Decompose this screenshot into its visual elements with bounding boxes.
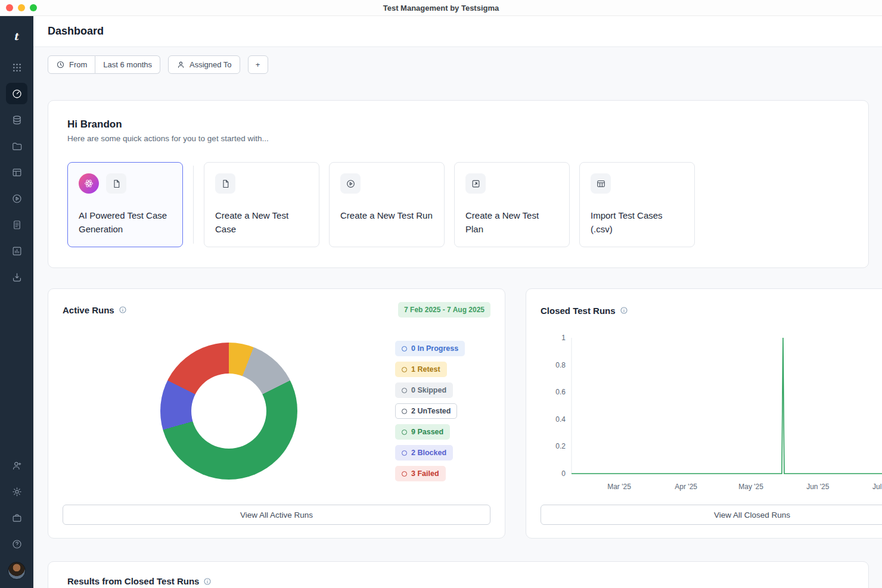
donut-wrap [63, 343, 395, 480]
legend-skipped[interactable]: 0 Skipped [395, 382, 453, 398]
add-filter-button[interactable]: + [248, 55, 268, 74]
legend-circle-icon [402, 471, 407, 477]
sidebar-item-projects[interactable] [6, 135, 27, 157]
legend-text: 2 Blocked [411, 449, 446, 457]
closed-test-runs-card: Closed Test Runs 00.20.40.60.81Mar '25Ap… [526, 288, 882, 539]
tile-icons [215, 173, 308, 194]
close-window-button[interactable] [6, 4, 13, 11]
plan-export-icon [465, 173, 486, 194]
legend-circle-icon [402, 388, 407, 393]
sidebar-item-test-data[interactable] [6, 109, 27, 130]
window-titlebar: Test Management by Testsigma [0, 0, 882, 16]
filter-bar: From Last 6 months Assigned To + [48, 55, 882, 74]
quick-action-create-test-plan[interactable]: Create a New Test Plan [454, 162, 570, 247]
info-icon[interactable] [620, 306, 628, 315]
active-runs-card: Active Runs 7 Feb 2025 - 7 Aug 2025 [48, 288, 505, 539]
quick-action-import-test-cases[interactable]: Import Test Cases (.csv) [579, 162, 695, 247]
svg-text:0.8: 0.8 [555, 361, 566, 369]
help-icon[interactable] [6, 533, 27, 555]
tile-divider [193, 166, 194, 244]
apps-grid-icon[interactable] [6, 57, 27, 78]
active-runs-donut[interactable] [160, 343, 297, 480]
active-runs-title-text: Active Runs [63, 305, 114, 315]
svg-text:Jun '25: Jun '25 [806, 483, 830, 491]
svg-text:t: t [13, 31, 19, 42]
testsigma-logo[interactable]: t [6, 26, 27, 47]
quick-actions-card: Hi Brandon Here are some quick actions f… [48, 100, 869, 268]
view-all-active-runs-button[interactable]: View All Active Runs [63, 505, 490, 525]
svg-text:1: 1 [561, 334, 566, 342]
legend-failed[interactable]: 3 Failed [395, 466, 446, 481]
closed-runs-chart[interactable]: 00.20.40.60.81Mar '25Apr '25May '25Jun '… [541, 325, 882, 505]
sidebar-item-import[interactable] [6, 266, 27, 288]
greeting-subtitle: Here are some quick actions for you to g… [67, 134, 849, 143]
legend-in-progress[interactable]: 0 In Progress [395, 341, 465, 356]
window-controls [6, 4, 37, 11]
tile-label: Import Test Cases (.csv) [591, 209, 684, 236]
legend-blocked[interactable]: 2 Blocked [395, 445, 453, 461]
legend-untested[interactable]: 2 UnTested [395, 403, 457, 419]
closed-runs-title: Closed Test Runs [541, 306, 628, 316]
tile-icons [591, 173, 684, 194]
minimize-window-button[interactable] [18, 4, 25, 11]
svg-text:Mar '25: Mar '25 [607, 483, 631, 491]
sidebar-item-reports[interactable] [6, 240, 27, 262]
legend-circle-icon [402, 450, 407, 456]
quick-action-create-test-run[interactable]: Create a New Test Run [329, 162, 445, 247]
closed-runs-header: Closed Test Runs [541, 302, 882, 319]
closed-runs-title-text: Closed Test Runs [541, 306, 616, 316]
legend-circle-icon [402, 367, 407, 372]
charts-row: Active Runs 7 Feb 2025 - 7 Aug 2025 [48, 288, 882, 539]
tile-label: Create a New Test Case [215, 209, 308, 236]
sidebar-item-test-cases[interactable] [6, 161, 27, 183]
date-range-value: Last 6 months [103, 60, 152, 69]
sidebar-item-test-runs[interactable] [6, 188, 27, 209]
legend-circle-icon [402, 430, 407, 435]
clock-icon [56, 60, 65, 69]
page-title: Dashboard [33, 16, 882, 47]
legend-text: 0 Skipped [411, 386, 446, 394]
tile-label: AI Powered Test Case Generation [79, 209, 172, 236]
active-runs-title: Active Runs [63, 305, 127, 315]
info-icon[interactable] [119, 306, 127, 314]
document-icon [106, 173, 126, 194]
quick-action-ai-test-case-generation[interactable]: AI Powered Test Case Generation [67, 162, 183, 247]
active-runs-legend: 0 In Progress 1 Retest 0 Skipped 2 UnTes… [395, 341, 490, 481]
svg-text:May '25: May '25 [738, 483, 763, 491]
quick-action-create-test-case[interactable]: Create a New Test Case [204, 162, 319, 247]
svg-text:Jul '25: Jul '25 [872, 483, 882, 491]
results-closed-runs-card: Results from Closed Test Runs [48, 561, 869, 588]
from-filter-label: From [69, 60, 87, 69]
legend-passed[interactable]: 9 Passed [395, 424, 450, 440]
date-range-value-button[interactable]: Last 6 months [95, 55, 160, 74]
invite-user-icon[interactable] [6, 455, 27, 476]
legend-text: 9 Passed [411, 428, 443, 436]
greeting-title: Hi Brandon [67, 119, 849, 130]
svg-text:0.6: 0.6 [555, 388, 566, 396]
user-avatar[interactable] [8, 562, 26, 580]
legend-retest[interactable]: 1 Retest [395, 362, 447, 377]
window-title: Test Management by Testsigma [0, 4, 882, 13]
from-filter-button[interactable]: From [48, 55, 95, 74]
svg-text:0.2: 0.2 [555, 442, 566, 450]
zoom-window-button[interactable] [30, 4, 37, 11]
legend-text: 2 UnTested [411, 407, 451, 415]
toolbox-icon[interactable] [6, 507, 27, 528]
assigned-to-label: Assigned To [190, 60, 232, 69]
legend-circle-icon [402, 409, 407, 414]
tile-icons [79, 173, 172, 194]
results-closed-runs-title: Results from Closed Test Runs [67, 576, 849, 586]
info-icon[interactable] [203, 577, 212, 586]
active-runs-date-range-badge: 7 Feb 2025 - 7 Aug 2025 [398, 302, 490, 318]
tile-label: Create a New Test Plan [465, 209, 558, 236]
sidebar-item-dashboard[interactable] [6, 83, 27, 104]
assigned-to-filter-button[interactable]: Assigned To [168, 55, 240, 74]
plus-icon: + [256, 60, 260, 69]
settings-gear-icon[interactable] [6, 481, 27, 502]
tile-icons [340, 173, 433, 194]
document-icon [215, 173, 235, 194]
view-all-closed-runs-button[interactable]: View All Closed Runs [541, 505, 882, 525]
sidebar-item-test-plans[interactable] [6, 214, 27, 235]
quick-action-tiles: AI Powered Test Case Generation Create a… [67, 162, 849, 247]
legend-circle-icon [402, 346, 407, 351]
